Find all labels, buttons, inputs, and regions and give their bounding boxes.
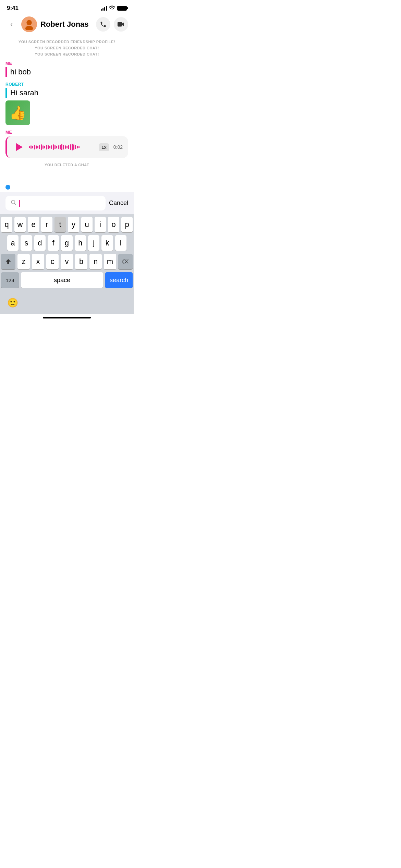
battery-icon	[117, 6, 127, 11]
key-y[interactable]: y	[68, 217, 79, 232]
key-h[interactable]: h	[75, 235, 86, 251]
shift-key[interactable]	[1, 254, 15, 269]
message-block-2: ROBERT Hi sarah 👍	[5, 82, 128, 125]
call-button[interactable]	[96, 17, 110, 32]
key-u[interactable]: u	[81, 217, 93, 232]
key-g[interactable]: g	[61, 235, 72, 251]
status-icons	[101, 5, 127, 11]
search-bar-container: Cancel	[0, 192, 134, 214]
search-key[interactable]: search	[105, 272, 133, 288]
video-button[interactable]	[114, 17, 128, 32]
contact-name: Robert Jonas	[40, 20, 93, 29]
message-text-1: hi bob	[5, 67, 128, 77]
avatar	[21, 16, 37, 32]
key-o[interactable]: o	[108, 217, 119, 232]
blue-dot-container	[0, 182, 134, 192]
message-text-2: Hi sarah	[5, 88, 128, 98]
key-j[interactable]: j	[88, 235, 99, 251]
signal-icon	[101, 6, 107, 11]
message-block-1: ME hi bob	[5, 61, 128, 77]
svg-point-0	[26, 20, 32, 25]
numbers-key[interactable]: 123	[1, 272, 19, 288]
header-actions	[96, 17, 128, 32]
audio-message: 1x 0:02	[5, 136, 128, 158]
cancel-button[interactable]: Cancel	[109, 200, 128, 207]
speed-button[interactable]: 1x	[99, 143, 109, 151]
keyboard-row-3: z x c v b n m	[1, 254, 133, 269]
keyboard-bottom-bar: 🙂	[0, 292, 134, 314]
key-x[interactable]: x	[32, 254, 44, 269]
key-r[interactable]: r	[41, 217, 52, 232]
play-icon	[16, 143, 23, 151]
key-w[interactable]: w	[14, 217, 26, 232]
status-time: 9:41	[7, 5, 19, 12]
chat-area: YOU SCREEN RECORDED FRIENDSHIP PROFILE! …	[0, 35, 134, 182]
back-button[interactable]: ‹	[5, 18, 18, 31]
space-key[interactable]: space	[21, 272, 103, 288]
message-block-3: ME	[5, 130, 128, 158]
sender-label-me-1: ME	[5, 61, 128, 66]
play-button[interactable]	[12, 141, 25, 153]
keyboard-row-4: 123 space search	[1, 272, 133, 288]
search-icon	[10, 199, 16, 207]
key-d[interactable]: d	[34, 235, 46, 251]
key-v[interactable]: v	[61, 254, 73, 269]
wifi-icon	[109, 5, 115, 11]
key-e[interactable]: e	[28, 217, 39, 232]
key-f[interactable]: f	[48, 235, 59, 251]
sender-label-me-2: ME	[5, 130, 128, 135]
emoji-button[interactable]: 🙂	[4, 294, 21, 311]
system-message-2: YOU SCREEN RECORDED CHAT!	[5, 46, 128, 50]
key-p[interactable]: p	[121, 217, 133, 232]
key-m[interactable]: m	[104, 254, 116, 269]
key-i[interactable]: i	[95, 217, 106, 232]
status-bar: 9:41	[0, 0, 134, 14]
key-k[interactable]: k	[101, 235, 113, 251]
chat-header: ‹ Robert Jonas	[0, 14, 134, 35]
delete-key[interactable]	[118, 254, 133, 269]
svg-point-1	[25, 26, 33, 30]
home-indicator	[0, 314, 134, 320]
key-s[interactable]: s	[21, 235, 32, 251]
system-message-3: YOU SCREEN RECORDED CHAT!	[5, 52, 128, 56]
key-b[interactable]: b	[75, 254, 87, 269]
keyboard-row-2: a s d f g h j k l	[1, 235, 133, 251]
key-q[interactable]: q	[1, 217, 12, 232]
system-message-1: YOU SCREEN RECORDED FRIENDSHIP PROFILE!	[5, 40, 128, 44]
key-c[interactable]: c	[46, 254, 59, 269]
keyboard: q w e r t y u i o p a s d f g h j k l z …	[0, 214, 134, 292]
phone-icon	[100, 21, 107, 28]
audio-duration: 0:02	[113, 144, 123, 150]
key-n[interactable]: n	[89, 254, 102, 269]
keyboard-row-1: q w e r t y u i o p	[1, 217, 133, 232]
key-z[interactable]: z	[17, 254, 30, 269]
deleted-chat-msg: YOU DELETED A CHAT	[5, 163, 128, 167]
key-t[interactable]: t	[54, 217, 66, 232]
home-bar	[43, 317, 91, 318]
sender-label-robert: ROBERT	[5, 82, 128, 87]
avatar-image	[23, 19, 35, 30]
key-l[interactable]: l	[115, 235, 126, 251]
audio-waveform	[29, 142, 95, 152]
key-a[interactable]: a	[7, 235, 19, 251]
bitmoji-sticker: 👍	[5, 100, 30, 125]
video-icon	[117, 21, 125, 28]
search-input[interactable]	[19, 200, 101, 207]
search-bar[interactable]	[5, 196, 106, 210]
blue-dot	[5, 185, 10, 190]
svg-rect-2	[118, 22, 122, 27]
back-arrow-icon: ‹	[10, 20, 13, 29]
